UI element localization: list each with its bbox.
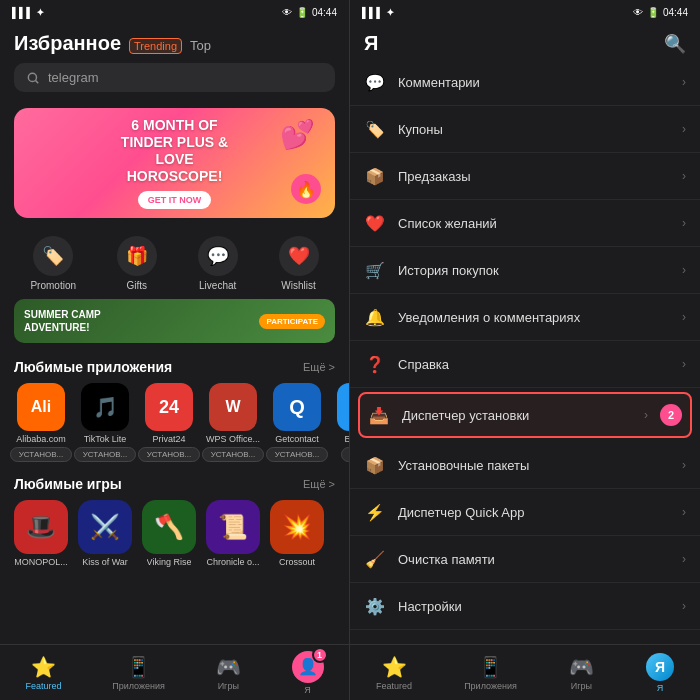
install-manager-text: Диспетчер установки (402, 408, 632, 423)
braud-install-btn[interactable]: УСТ... (341, 447, 349, 462)
apps-more-link[interactable]: Ещё > (303, 361, 335, 373)
games-row: 🎩 MONOPOL... ⚔️ Kiss of War 🪓 Viking Ris… (0, 496, 349, 575)
left-nav-apps[interactable]: 📱 Приложения (102, 651, 175, 695)
menu-preorders[interactable]: 📦 Предзаказы › (350, 153, 700, 200)
left-time: 04:44 (312, 7, 337, 18)
category-wishlist[interactable]: ❤️ Wishlist (279, 236, 319, 291)
games-nav-icon: 🎮 (216, 655, 241, 679)
vikingrise-name: Viking Rise (147, 557, 192, 567)
braud-name: Брауд... (345, 434, 349, 444)
tinder-banner[interactable]: 6 MONTH OF TINDER PLUS & LOVE HOROSCOPE!… (14, 108, 335, 218)
svg-point-0 (28, 73, 36, 81)
menu-notifications[interactable]: 🔔 Уведомления о комментариях › (350, 294, 700, 341)
left-battery-icon: 🔋 (296, 7, 308, 18)
menu-settings[interactable]: ⚙️ Настройки › (350, 583, 700, 630)
left-nav-featured[interactable]: ⭐ Featured (15, 651, 71, 695)
preorders-icon: 📦 (364, 165, 386, 187)
left-panel: ▌▌▌ ✦ 👁 🔋 04:44 Избранное Trending Top t… (0, 0, 350, 700)
games-more-link[interactable]: Ещё > (303, 478, 335, 490)
menu-purchase-history[interactable]: 🛒 История покупок › (350, 247, 700, 294)
right-nav-me[interactable]: Я Я (636, 649, 684, 697)
wishlist-chevron: › (682, 216, 686, 230)
right-title: Я (364, 32, 378, 55)
right-games-label: Игры (571, 681, 592, 691)
right-search-icon[interactable]: 🔍 (664, 33, 686, 55)
menu-feedback[interactable]: 📝 Проблемы и предложения › (350, 630, 700, 644)
game-monopoly[interactable]: 🎩 MONOPOL... (14, 500, 68, 567)
tiktok-install-btn[interactable]: УСТАНОВ... (74, 447, 137, 462)
right-featured-icon: ⭐ (382, 655, 407, 679)
menu-help[interactable]: ❓ Справка › (350, 341, 700, 388)
right-nav-apps[interactable]: 📱 Приложения (454, 651, 527, 695)
wishlist-label: Wishlist (281, 280, 315, 291)
tiktok-icon: 🎵 (81, 383, 129, 431)
category-gifts[interactable]: 🎁 Gifts (117, 236, 157, 291)
install-manager-icon: 📥 (368, 404, 390, 426)
app-tiktok[interactable]: 🎵 TikTok Lite УСТАНОВ... (78, 383, 132, 462)
settings-icon: ⚙️ (364, 595, 386, 617)
quick-app-text: Диспетчер Quick App (398, 505, 670, 520)
tinder-get-btn[interactable]: GET IT NOW (138, 191, 212, 209)
crossout-name: Crossout (279, 557, 315, 567)
top-link[interactable]: Top (190, 38, 211, 53)
menu-install-manager[interactable]: 📥 Диспетчер установки › 2 (358, 392, 692, 438)
menu-clean-memory[interactable]: 🧹 Очистка памяти › (350, 536, 700, 583)
help-chevron: › (682, 357, 686, 371)
games-nav-label: Игры (218, 681, 239, 691)
tiktok-name: TikTok Lite (84, 434, 127, 444)
right-nav-featured[interactable]: ⭐ Featured (366, 651, 422, 695)
app-wps[interactable]: W WPS Office... УСТАНОВ... (206, 383, 260, 462)
help-icon: ❓ (364, 353, 386, 375)
clean-memory-text: Очистка памяти (398, 552, 670, 567)
games-title: Любимые игры (14, 476, 122, 492)
right-avatar: Я (646, 653, 674, 681)
app-alibaba[interactable]: Ali Alibaba.com УСТАНОВ... (14, 383, 68, 462)
vikingrise-icon: 🪓 (142, 500, 196, 554)
game-chronicle[interactable]: 📜 Chronicle o... (206, 500, 260, 567)
menu-quick-app[interactable]: ⚡ Диспетчер Quick App › (350, 489, 700, 536)
left-scroll-area: 6 MONTH OF TINDER PLUS & LOVE HOROSCOPE!… (0, 108, 349, 644)
category-livechat[interactable]: 💬 Livechat (198, 236, 238, 291)
getcontact-install-btn[interactable]: УСТАНОВ... (266, 447, 329, 462)
wps-install-btn[interactable]: УСТАНОВ... (202, 447, 265, 462)
game-vikingrise[interactable]: 🪓 Viking Rise (142, 500, 196, 567)
right-apps-label: Приложения (464, 681, 517, 691)
search-bar[interactable]: telegram (14, 63, 335, 92)
game-crossout[interactable]: 💥 Crossout (270, 500, 324, 567)
wps-name: WPS Office... (206, 434, 260, 444)
right-nav-games[interactable]: 🎮 Игры (559, 651, 604, 695)
right-bottom-nav: ⭐ Featured 📱 Приложения 🎮 Игры Я Я (350, 644, 700, 700)
tinder-banner-title: 6 MONTH OF TINDER PLUS & LOVE HOROSCOPE! (121, 117, 228, 184)
install-manager-chevron: › (644, 408, 648, 422)
quick-app-icon: ⚡ (364, 501, 386, 523)
left-nav-me[interactable]: 👤 1 Я (282, 647, 334, 699)
games-section-header: Любимые игры Ещё > (0, 470, 349, 496)
app-getcontact[interactable]: Q Getcontact УСТАНОВ... (270, 383, 324, 462)
privat24-install-btn[interactable]: УСТАНОВ... (138, 447, 201, 462)
alibaba-install-btn[interactable]: УСТАНОВ... (10, 447, 73, 462)
left-eye-icon: 👁 (282, 7, 292, 18)
right-status-right: 👁 🔋 04:44 (633, 7, 688, 18)
left-nav-games[interactable]: 🎮 Игры (206, 651, 251, 695)
gifts-label: Gifts (127, 280, 148, 291)
install-manager-badge: 2 (660, 404, 682, 426)
category-promotion[interactable]: 🏷️ Promotion (30, 236, 76, 291)
menu-comments[interactable]: 💬 Комментарии › (350, 59, 700, 106)
search-placeholder: telegram (48, 70, 99, 85)
right-eye-icon: 👁 (633, 7, 643, 18)
trending-badge[interactable]: Trending (129, 38, 182, 54)
comments-icon: 💬 (364, 71, 386, 93)
apps-nav-icon: 📱 (126, 655, 151, 679)
app-braud[interactable]: Б Брауд... УСТ... (334, 383, 349, 462)
search-icon (26, 71, 40, 85)
game-kissofwar[interactable]: ⚔️ Kiss of War (78, 500, 132, 567)
chronicle-icon: 📜 (206, 500, 260, 554)
summer-banner[interactable]: SUMMER CAMP ADVENTURE! PARTICIPATE (14, 299, 335, 343)
install-packages-chevron: › (682, 458, 686, 472)
app-privat24[interactable]: 24 Privat24 УСТАНОВ... (142, 383, 196, 462)
summer-participate-btn[interactable]: PARTICIPATE (259, 314, 325, 329)
menu-wishlist[interactable]: ❤️ Список желаний › (350, 200, 700, 247)
settings-text: Настройки (398, 599, 670, 614)
menu-coupons[interactable]: 🏷️ Купоны › (350, 106, 700, 153)
menu-install-packages[interactable]: 📦 Установочные пакеты › (350, 442, 700, 489)
